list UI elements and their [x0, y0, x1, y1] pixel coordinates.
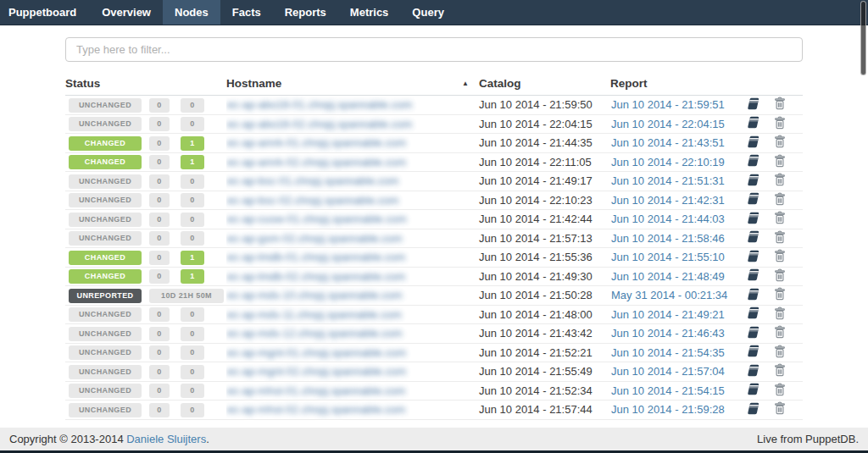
vertical-scrollbar-thumb[interactable]	[860, 1, 866, 75]
report-link[interactable]: Jun 10 2014 - 22:10:19	[611, 156, 725, 168]
report-link[interactable]: Jun 10 2014 - 21:54:15	[611, 384, 725, 397]
report-book-icon[interactable]	[745, 212, 760, 227]
failed-count-badge: 0	[149, 269, 170, 284]
delete-trash-icon[interactable]	[774, 363, 786, 379]
hostname-link[interactable]: ec-ap-mds-11.chnpj.spannable.com	[227, 308, 402, 321]
delete-trash-icon[interactable]	[774, 325, 786, 341]
nav-item-reports[interactable]: Reports	[273, 0, 338, 25]
report-link[interactable]: Jun 10 2014 - 21:58:46	[611, 232, 725, 245]
report-book-icon[interactable]	[745, 230, 760, 246]
hostname-link[interactable]: ec-ap-mgnt-02.chnpj.spannable.com	[227, 365, 406, 378]
failed-count-cell: 10D 21H 50M	[146, 286, 226, 306]
hostname-link[interactable]: ec-ap-mhst-02.chnpj.spannable.com	[227, 403, 405, 416]
delete-trash-icon[interactable]	[774, 287, 786, 303]
hostname-link[interactable]: ec-ap-amrk-02.chnpj.spannable.com	[227, 156, 406, 168]
report-book-icon[interactable]	[745, 383, 760, 398]
report-book-icon[interactable]	[745, 402, 760, 417]
delete-trash-icon[interactable]	[774, 211, 786, 227]
hostname-link[interactable]: ec-ap-lmdb-01.chnpj.spannable.com	[227, 251, 405, 263]
report-link[interactable]: Jun 10 2014 - 21:57:04	[611, 365, 725, 378]
report-book-icon[interactable]	[745, 116, 760, 131]
report-book-icon[interactable]	[745, 307, 760, 322]
author-link[interactable]: Daniele Sluijters	[126, 433, 206, 445]
report-link[interactable]: Jun 10 2014 - 21:55:10	[611, 251, 725, 263]
report-link[interactable]: Jun 10 2014 - 21:46:43	[611, 327, 725, 340]
report-link[interactable]: Jun 10 2014 - 21:59:28	[611, 403, 725, 416]
delete-trash-icon[interactable]	[774, 135, 786, 151]
report-book-icon[interactable]	[745, 364, 760, 379]
report-link[interactable]: May 31 2014 - 00:21:34	[611, 289, 727, 301]
report-book-icon[interactable]	[745, 154, 760, 169]
delete-trash-icon[interactable]	[774, 116, 786, 132]
hostname-link[interactable]: ec-ap-mhst-01.chnpj.spannable.com	[227, 384, 405, 397]
report-book-icon[interactable]	[745, 97, 760, 113]
delete-trash-icon[interactable]	[774, 230, 786, 246]
changed-count-badge: 0	[181, 174, 204, 189]
table-row: UNCHANGED 0 0 ec-ap-bsc-01.chnpj.spannab…	[65, 172, 803, 191]
report-book-icon[interactable]	[745, 345, 760, 360]
report-link[interactable]: Jun 10 2014 - 21:43:51	[611, 136, 725, 149]
nav-item-query[interactable]: Query	[400, 0, 456, 25]
changed-count-badge: 0	[181, 98, 204, 113]
delete-trash-icon[interactable]	[774, 383, 786, 399]
report-book-icon[interactable]	[745, 174, 760, 189]
delete-trash-icon[interactable]	[774, 307, 786, 323]
changed-count-badge: 0	[181, 213, 204, 227]
report-link[interactable]: Jun 10 2014 - 21:59:51	[611, 98, 725, 111]
report-book-icon[interactable]	[745, 135, 760, 151]
changed-count-badge: 0	[181, 345, 204, 360]
changed-count-cell: 1	[177, 267, 226, 286]
report-book-icon[interactable]	[745, 192, 760, 207]
failed-count-cell: 0	[146, 134, 177, 153]
navbar-brand[interactable]: Puppetboard	[0, 0, 90, 25]
report-link[interactable]: Jun 10 2014 - 21:44:03	[611, 213, 725, 225]
report-book-icon[interactable]	[745, 288, 760, 303]
changed-count-badge: 1	[181, 136, 204, 151]
status-badge: CHANGED	[69, 269, 142, 284]
hostname-link[interactable]: ec-ap-bsc-01.chnpj.spannable.com	[227, 174, 398, 187]
delete-trash-icon[interactable]	[774, 268, 786, 285]
hostname-link[interactable]: ec-ap-mgnt-01.chnpj.spannable.com	[227, 346, 406, 359]
hostname-link[interactable]: ec-ap-mds-12.chnpj.spannable.com	[227, 327, 403, 340]
hostname-link[interactable]: ec-ap-abo16-02.chnpj.spannable.com	[227, 118, 412, 130]
nav-item-nodes[interactable]: Nodes	[163, 0, 220, 25]
delete-trash-icon[interactable]	[774, 345, 786, 361]
report-link[interactable]: Jun 10 2014 - 22:04:15	[611, 118, 725, 130]
hostname-link[interactable]: ec-ap-abo16-01.chnpj.spannable.com	[227, 98, 412, 111]
delete-trash-icon[interactable]	[774, 249, 786, 265]
report-link[interactable]: Jun 10 2014 - 21:48:49	[611, 270, 725, 283]
catalog-timestamp: Jun 10 2014 - 21:52:21	[472, 343, 610, 362]
report-link[interactable]: Jun 10 2014 - 21:42:31	[611, 194, 725, 207]
report-book-icon[interactable]	[745, 268, 760, 284]
delete-trash-icon[interactable]	[774, 192, 786, 208]
column-header-catalog[interactable]: Catalog	[472, 75, 610, 96]
failed-count-cell: 0	[146, 172, 177, 191]
hostname-link[interactable]: ec-ap-bsc-02.chnpj.spannable.com	[227, 194, 398, 207]
report-link[interactable]: Jun 10 2014 - 21:54:35	[611, 346, 725, 359]
nav-item-metrics[interactable]: Metrics	[338, 0, 401, 25]
delete-trash-icon[interactable]	[774, 97, 786, 113]
hostname-link[interactable]: ec-ap-mds-10.chnpj.spannable.com	[227, 289, 403, 301]
table-row: UNCHANGED 0 0 ec-ap-abo16-02.chnpj.spann…	[65, 114, 803, 134]
report-link[interactable]: Jun 10 2014 - 21:51:31	[611, 174, 725, 187]
report-link[interactable]: Jun 10 2014 - 21:49:21	[611, 308, 725, 321]
filter-input[interactable]	[65, 37, 803, 62]
column-header-report[interactable]: Report	[610, 75, 803, 96]
hostname-link[interactable]: ec-ap-lmdb-02.chnpj.spannable.com	[227, 270, 405, 283]
changed-count-cell: 0	[177, 324, 226, 344]
report-book-icon[interactable]	[745, 326, 760, 341]
delete-trash-icon[interactable]	[774, 401, 786, 417]
navbar-items: OverviewNodesFactsReportsMetricsQuery	[90, 0, 456, 25]
catalog-timestamp: Jun 10 2014 - 21:43:42	[472, 324, 610, 344]
column-header-hostname[interactable]: Hostname ▲	[226, 75, 472, 96]
hostname-link[interactable]: ec-ap-cusw-01.chnpj.spannable.com	[227, 213, 407, 225]
column-header-status[interactable]: Status	[65, 75, 226, 96]
hostname-link[interactable]: ec-ap-gsm-02.chnpj.spannable.com	[227, 232, 403, 245]
hostname-link[interactable]: ec-ap-amrk-01.chnpj.spannable.com	[227, 136, 406, 149]
delete-trash-icon[interactable]	[774, 154, 786, 170]
failed-count-cell: 0	[146, 191, 177, 210]
nav-item-facts[interactable]: Facts	[220, 0, 273, 25]
delete-trash-icon[interactable]	[774, 173, 786, 189]
report-book-icon[interactable]	[745, 250, 760, 265]
nav-item-overview[interactable]: Overview	[90, 0, 163, 25]
